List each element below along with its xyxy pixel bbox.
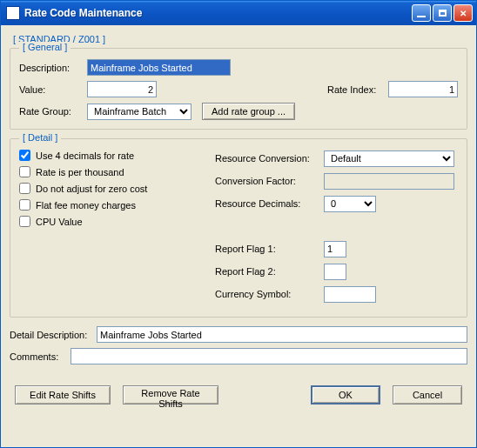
detail-group: [ Detail ] Use 4 decimals for rate Rate … (10, 138, 467, 318)
currency-symbol-input[interactable] (324, 286, 376, 303)
window-controls: ✕ (412, 4, 473, 22)
close-button[interactable]: ✕ (453, 4, 473, 22)
cpu-value-checkbox[interactable]: CPU Value (19, 216, 206, 227)
detail-description-label: Detail Description: (10, 330, 97, 340)
dialog-body: [ STANDARD / Z001 ] [ General ] Descript… (1, 25, 476, 447)
titlebar: Rate Code Maintenance ✕ (1, 1, 476, 25)
general-legend: [ General ] (19, 42, 71, 52)
general-group: [ General ] Description: Value: Rate Ind… (10, 48, 467, 130)
maximize-button[interactable] (433, 4, 452, 22)
window-title: Rate Code Maintenance (24, 7, 412, 19)
resource-decimals-label: Resource Decimals: (215, 198, 324, 209)
resource-conversion-label: Resource Conversion: (215, 153, 324, 164)
rate-per-thousand-input[interactable] (19, 166, 30, 177)
button-bar: Edit Rate Shifts Remove Rate Shifts OK C… (10, 382, 467, 405)
remove-rate-shifts-button[interactable]: Remove Rate Shifts (123, 385, 218, 405)
no-adjust-zero-checkbox[interactable]: Do not adjust for zero cost (19, 183, 206, 194)
ok-button[interactable]: OK (311, 385, 380, 405)
detail-right: Resource Conversion: Default Conversion … (215, 150, 458, 308)
rate-group-select[interactable]: Mainframe Batch (87, 104, 191, 120)
resource-conversion-select[interactable]: Default (324, 150, 454, 167)
conversion-factor-label: Conversion Factor: (215, 176, 324, 186)
currency-symbol-label: Currency Symbol: (215, 289, 324, 299)
resource-decimals-select[interactable]: 0 (324, 196, 376, 212)
rate-code-id: [ STANDARD / Z001 ] (13, 34, 467, 44)
detail-legend: [ Detail ] (19, 132, 61, 143)
add-rate-group-button[interactable]: Add rate group ... (202, 103, 295, 120)
description-input[interactable] (87, 59, 231, 76)
rate-per-thousand-checkbox[interactable]: Rate is per thousand (19, 166, 206, 177)
detail-description-input[interactable] (97, 326, 467, 343)
detail-left: Use 4 decimals for rate Rate is per thou… (19, 150, 206, 308)
comments-input[interactable] (71, 348, 467, 364)
report-flag-1-label: Report Flag 1: (215, 244, 324, 254)
window: Rate Code Maintenance ✕ [ STANDARD / Z00… (0, 0, 477, 448)
value-input[interactable] (87, 81, 157, 97)
minimize-button[interactable] (412, 4, 431, 22)
cancel-button[interactable]: Cancel (393, 385, 462, 405)
flat-fee-checkbox[interactable]: Flat fee money charges (19, 199, 206, 211)
conversion-factor-input (324, 173, 454, 190)
rate-index-label: Rate Index: (327, 84, 388, 95)
edit-rate-shifts-button[interactable]: Edit Rate Shifts (15, 385, 111, 405)
rate-index-input[interactable] (388, 81, 458, 97)
report-flag-1-input[interactable] (324, 241, 346, 257)
rate-group-label: Rate Group: (19, 106, 87, 117)
no-adjust-zero-input[interactable] (19, 183, 30, 194)
use-4-decimals-checkbox[interactable]: Use 4 decimals for rate (19, 150, 206, 161)
app-icon (6, 6, 20, 20)
report-flag-2-input[interactable] (324, 264, 346, 280)
flat-fee-input[interactable] (19, 199, 30, 211)
cpu-value-input[interactable] (19, 216, 30, 227)
description-label: Description: (19, 63, 87, 73)
report-flag-2-label: Report Flag 2: (215, 266, 324, 277)
value-label: Value: (19, 84, 87, 95)
comments-label: Comments: (10, 351, 71, 362)
use-4-decimals-input[interactable] (19, 150, 30, 161)
